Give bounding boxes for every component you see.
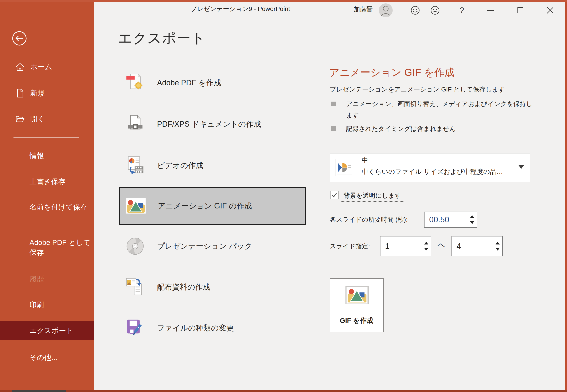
feedback-frown-button[interactable]	[430, 5, 440, 15]
sidebar-item-export[interactable]: エクスポート	[0, 321, 94, 340]
home-icon	[15, 62, 25, 72]
detail-heading: アニメーション GIF を作成	[329, 66, 455, 79]
minimize-icon	[487, 10, 494, 11]
option-create-animated-gif[interactable]: アニメーション GIF の作成	[119, 187, 306, 225]
option-label: ビデオの作成	[157, 160, 203, 171]
option-package-presentation[interactable]: プレゼンテーション パック	[119, 226, 306, 266]
slide-end-spinner[interactable]: 4	[452, 236, 503, 256]
sidebar-item-save-as-adobe-pdf[interactable]: Adobe PDF として保存	[29, 237, 91, 258]
create-gif-button[interactable]: GIF を作成	[330, 278, 384, 332]
option-label: PDF/XPS ドキュメントの作成	[157, 119, 261, 129]
frown-icon	[430, 5, 440, 15]
option-label: 配布資料の作成	[157, 282, 210, 292]
sidebar-divider	[14, 137, 79, 138]
spinner-up-icon[interactable]	[496, 242, 500, 244]
panel-divider	[307, 63, 307, 377]
slide-range-separator: ヘ	[438, 240, 445, 250]
pdf-xps-icon	[125, 114, 145, 134]
person-icon	[379, 3, 393, 17]
option-create-handouts[interactable]: 配布資料の作成	[119, 267, 306, 307]
spinner-down-icon[interactable]	[496, 248, 500, 251]
minimize-button[interactable]	[486, 5, 496, 15]
sidebar-item-home[interactable]: ホーム	[15, 62, 52, 72]
slide-start-value[interactable]: 1	[385, 237, 390, 256]
option-label: アニメーション GIF の作成	[158, 201, 252, 211]
window-title: プレゼンテーション9 - PowerPoint	[148, 5, 333, 13]
checkmark-icon	[331, 192, 338, 198]
maximize-button[interactable]	[515, 5, 525, 15]
sidebar-item-label: エクスポート	[29, 321, 73, 340]
sidebar-item-print[interactable]: 印刷	[29, 300, 91, 310]
sidebar-item-more[interactable]: その他...	[29, 352, 91, 363]
duration-spinner[interactable]: 00.50	[424, 211, 477, 228]
account-avatar[interactable]	[379, 3, 393, 17]
window-right-border	[565, 0, 567, 392]
open-folder-icon	[15, 114, 25, 124]
maximize-icon	[517, 7, 523, 13]
detail-subtitle: プレゼンテーションをアニメーション GIF として保存します	[330, 85, 505, 94]
bullet-square-icon	[331, 102, 336, 106]
close-button[interactable]	[545, 5, 555, 15]
option-change-file-type[interactable]: ファイルの種類の変更	[119, 308, 306, 348]
spinner-down-icon[interactable]	[470, 221, 474, 224]
sidebar-item-history: 履歴	[29, 274, 91, 284]
slide-end-value[interactable]: 4	[456, 237, 461, 256]
taskbar-sliver	[12, 390, 66, 392]
gif-quality-dropdown[interactable]: 中 中くらいのファイル サイズおよび中程度の品…	[330, 153, 530, 182]
smile-icon	[410, 5, 420, 15]
sidebar-item-info[interactable]: 情報	[29, 151, 91, 161]
animated-gif-icon	[346, 287, 368, 304]
account-user-name[interactable]: 加藤晋	[335, 5, 373, 14]
slide-start-spinner[interactable]: 1	[380, 236, 431, 256]
option-label: Adobe PDF を作成	[157, 78, 221, 88]
detail-bullet-1: アニメーション、画面切り替え、メディアおよびインクを保持します	[346, 98, 536, 121]
adobe-pdf-icon	[125, 73, 145, 93]
option-create-video[interactable]: ビデオの作成	[119, 145, 306, 186]
gif-picture-icon	[345, 286, 369, 304]
change-file-type-icon	[125, 318, 145, 338]
option-create-adobe-pdf[interactable]: Adobe PDF を作成	[119, 63, 306, 103]
feedback-smile-button[interactable]	[410, 5, 420, 15]
create-video-icon	[125, 155, 145, 176]
create-handouts-icon	[125, 277, 145, 297]
window-bottom-border	[0, 390, 567, 392]
sidebar-item-save-as[interactable]: 名前を付けて保存	[29, 202, 91, 212]
help-icon: ?	[459, 6, 464, 15]
detail-bullet-2: 記録されたタイミングは含まれません	[346, 123, 557, 134]
spinner-down-icon[interactable]	[424, 248, 428, 251]
option-label: プレゼンテーション パック	[157, 241, 252, 252]
spinner-up-icon[interactable]	[424, 242, 428, 244]
back-button[interactable]	[12, 31, 27, 46]
animated-gif-icon	[126, 198, 146, 214]
duration-label: 各スライドの所要時間 (秒):	[330, 214, 408, 225]
option-label: ファイルの種類の変更	[157, 323, 234, 333]
page-title: エクスポート	[118, 29, 206, 48]
sidebar-item-open[interactable]: 開く	[15, 114, 45, 124]
create-gif-button-label: GIF を作成	[330, 316, 383, 325]
sidebar-item-label: 開く	[30, 114, 45, 124]
sidebar-item-label: 新規	[30, 88, 45, 98]
help-button[interactable]: ?	[457, 5, 467, 15]
close-icon	[546, 6, 554, 14]
new-document-icon	[15, 88, 25, 98]
quality-description: 中くらいのファイル サイズおよび中程度の品…	[362, 167, 518, 176]
package-cd-icon	[125, 236, 145, 256]
slide-chart-icon	[337, 160, 352, 175]
bullet-square-icon	[331, 126, 336, 131]
backstage-sidebar: ホーム 新規 開く 情報 上書き保存 名前を付けて保存 Adobe PDF とし…	[0, 0, 94, 390]
duration-value[interactable]: 00.50	[429, 212, 449, 227]
sidebar-item-save[interactable]: 上書き保存	[29, 176, 91, 186]
quality-slide-icon	[336, 159, 353, 176]
powerpoint-backstage-window: プレゼンテーション9 - PowerPoint 加藤晋 ?	[0, 0, 567, 392]
option-create-pdf-xps[interactable]: PDF/XPS ドキュメントの作成	[119, 104, 306, 144]
sidebar-item-label: ホーム	[30, 62, 52, 72]
transparent-background-label[interactable]: 背景を透明にします	[341, 190, 404, 202]
quality-value: 中	[362, 156, 368, 165]
window-top-border	[0, 0, 567, 2]
transparent-background-checkbox[interactable]	[330, 191, 339, 199]
back-arrow-icon	[12, 31, 27, 46]
sidebar-item-new[interactable]: 新規	[15, 88, 45, 98]
slides-label: スライド指定:	[330, 241, 370, 252]
chevron-down-icon	[519, 165, 524, 169]
spinner-up-icon[interactable]	[470, 215, 474, 218]
